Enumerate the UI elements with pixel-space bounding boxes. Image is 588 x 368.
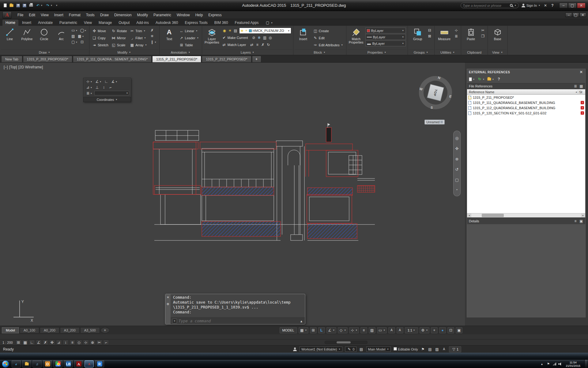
preview-view-icon[interactable]	[579, 219, 583, 223]
xref-row[interactable]: 1315_P_111_QUADRANGLE_BASEMENT_BUILDING	[467, 100, 585, 105]
quick-select-icon[interactable]	[454, 28, 459, 33]
aux-osnap-icon[interactable]	[43, 340, 48, 345]
layouttab-a0-200[interactable]: A0_200	[40, 327, 59, 333]
sign-in-button[interactable]: Sign In	[522, 4, 541, 7]
redo-button[interactable]	[45, 3, 53, 8]
xref-horizontal-scrollbar[interactable]: ◂ ▸	[467, 213, 585, 217]
action-center-icon[interactable]	[546, 362, 550, 366]
gradient-icon[interactable]	[77, 34, 85, 39]
cut-icon[interactable]	[480, 28, 486, 33]
annotation-visibility-toggle[interactable]	[388, 327, 395, 333]
edit-attributes-button[interactable]: Edit Attributes	[312, 42, 344, 48]
menu-file[interactable]: File	[15, 11, 26, 19]
menu-view[interactable]: View	[38, 11, 51, 19]
offset-icon[interactable]	[149, 40, 157, 44]
worksets-icon[interactable]	[293, 347, 297, 351]
trim-button[interactable]: Trim	[129, 28, 148, 34]
edit-block-button[interactable]: Edit	[312, 35, 344, 41]
tree-view-icon[interactable]	[579, 84, 583, 88]
hatch-icon[interactable]	[70, 34, 76, 39]
volume-icon[interactable]	[558, 362, 562, 366]
mirror-button[interactable]: Mirror	[111, 35, 128, 41]
model-selector-dropdown[interactable]: Main Model	[366, 347, 391, 352]
show-desktop-button[interactable]	[584, 360, 587, 368]
layers-state-icon[interactable]	[428, 347, 432, 351]
layer-delete-icon[interactable]	[261, 43, 265, 47]
coordinate-tool-2-icon[interactable]	[94, 79, 102, 84]
taskbar-windows-explorer[interactable]	[22, 360, 31, 367]
polar-tracking-toggle[interactable]	[326, 327, 336, 333]
isodraft-toggle[interactable]	[338, 327, 348, 333]
change-path-button[interactable]	[487, 78, 494, 81]
dropdown-caret-icon[interactable]	[271, 21, 273, 24]
open-drawing-icon[interactable]	[9, 3, 14, 8]
new-drawing-icon[interactable]	[3, 3, 7, 8]
create-block-button[interactable]: Create	[312, 28, 344, 34]
minimize-button[interactable]	[559, 3, 568, 8]
column-reference-name[interactable]: Reference Name	[467, 90, 578, 94]
filter-button[interactable]: 1	[449, 346, 461, 352]
clean-screen-toggle[interactable]	[456, 327, 462, 333]
scroll-left-icon[interactable]: ◂	[467, 213, 471, 218]
palette-close-icon[interactable]	[579, 70, 583, 74]
scrollbar-thumb[interactable]	[482, 214, 504, 217]
group-edit-icon[interactable]	[427, 34, 432, 39]
tab-manage[interactable]: Manage	[96, 20, 115, 26]
tab-autodesk-360[interactable]: Autodesk 360	[153, 20, 181, 26]
annotation-status-icon[interactable]	[442, 347, 446, 351]
xref-row[interactable]: 1315_P_120_SECTION KEY_S01-S12_E01-E02	[467, 110, 585, 116]
quick-calc-icon[interactable]	[454, 34, 459, 39]
network-icon[interactable]	[552, 362, 556, 366]
taskbar-autocad[interactable]: A	[85, 360, 94, 367]
object-color-dropdown[interactable]: ByLayer	[365, 28, 406, 33]
viewport-view-control[interactable]: [Top]	[9, 65, 17, 69]
explode-icon[interactable]	[149, 34, 155, 39]
panel-label-view[interactable]: View	[489, 49, 507, 55]
transparency-toggle[interactable]	[369, 327, 375, 333]
aux-dyn-icon[interactable]	[63, 340, 69, 345]
snap-toggle[interactable]	[310, 327, 317, 333]
save-as-icon[interactable]	[22, 3, 27, 8]
insert-block-button[interactable]: Insert	[295, 27, 311, 41]
tab-add-ins[interactable]: Add-ins	[133, 20, 152, 26]
coordinate-tool-7-icon[interactable]	[101, 85, 107, 90]
tab-express-tools[interactable]: Express Tools	[182, 20, 210, 26]
aux-qp-icon[interactable]	[76, 340, 82, 345]
panel-label-properties[interactable]: Properties	[347, 49, 407, 55]
line-button[interactable]: Line	[2, 27, 18, 41]
close-button[interactable]	[577, 3, 586, 8]
lock-icon[interactable]	[359, 347, 364, 351]
annotation-monitor-toggle[interactable]	[431, 327, 438, 333]
layer-unlock-icon[interactable]	[262, 36, 267, 40]
panel-label-layers[interactable]: Layers	[203, 49, 292, 55]
lineweight-toggle[interactable]	[360, 327, 367, 333]
linetype-dropdown[interactable]: ByLayer	[365, 34, 406, 40]
palette-titlebar[interactable]: EXTERNAL REFERENCES	[467, 69, 585, 75]
tab-view[interactable]: View	[81, 20, 95, 26]
layer-off-icon[interactable]	[268, 36, 272, 40]
measure-button[interactable]: Measure	[436, 27, 452, 41]
panel-label-clipboard[interactable]: Clipboard	[462, 49, 487, 55]
doc-minimize-button[interactable]	[565, 13, 572, 17]
tab-bim-360[interactable]: BIM 360	[211, 20, 231, 26]
doc-close-button[interactable]	[579, 13, 586, 17]
viewport-scale-label[interactable]: 1 : 200	[2, 341, 13, 344]
coordinate-tool-4-icon[interactable]	[110, 79, 118, 84]
xref-row[interactable]: 1315_P_112_QUADRANGLE_BASEMENT_BUILDING	[467, 105, 585, 110]
layer-on-icon[interactable]	[222, 29, 227, 33]
exchange-apps-icon[interactable]	[543, 3, 548, 8]
ellipse-icon[interactable]	[79, 28, 87, 33]
taskbar-internet-explorer[interactable]: e	[12, 360, 21, 367]
selection-cycling-toggle[interactable]	[377, 327, 387, 333]
taskbar-media-app[interactable]: ♫	[32, 360, 42, 367]
layer-previous-icon[interactable]	[250, 43, 254, 47]
rotate-button[interactable]: Rotate	[111, 28, 128, 34]
aux-polar-icon[interactable]	[36, 340, 42, 345]
zoom-icon[interactable]	[455, 157, 459, 161]
viewport-visual-style-control[interactable]: [2D Wireframe]	[18, 65, 43, 69]
aux-otrack-icon[interactable]	[49, 340, 55, 345]
panel-label-annotation[interactable]: Annotation	[160, 49, 201, 55]
unnamed-view-badge[interactable]: Unnamed	[424, 120, 445, 125]
stretch-button[interactable]: Stretch	[91, 42, 109, 48]
layer-states-icon[interactable]	[255, 43, 259, 47]
